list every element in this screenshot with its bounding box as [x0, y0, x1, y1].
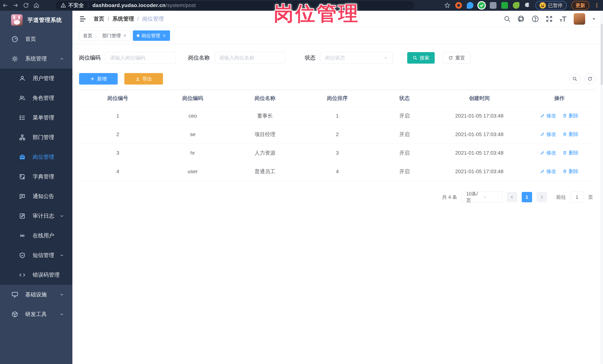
extension-icon-green-check[interactable] — [478, 2, 485, 9]
hamburger-icon[interactable] — [79, 15, 86, 23]
sidebar-item-label: 基础设施 — [25, 291, 59, 298]
cell-sort: 4 — [301, 162, 374, 181]
sidebar-item-posts[interactable]: 岗位管理 — [0, 147, 72, 167]
sidebar-item-menus[interactable]: 菜单管理 — [0, 108, 72, 128]
reset-button-label: 重置 — [455, 55, 465, 61]
delete-link[interactable]: 删除 — [563, 149, 579, 156]
export-button[interactable]: 导出 — [124, 73, 163, 85]
page-number-current[interactable]: 1 — [522, 192, 532, 202]
table-row[interactable]: 4 user 普通员工 4 开启 2021-01-05 17:03:48 修改删… — [79, 162, 596, 181]
menu-list-icon — [18, 114, 26, 122]
browser-forward-icon[interactable] — [10, 0, 21, 11]
edit-link[interactable]: 修改 — [540, 112, 556, 119]
sidebar-item-audit-logs[interactable]: 审计日志 — [0, 206, 72, 226]
goto-page-input[interactable] — [570, 192, 584, 203]
extension-icon-orange[interactable] — [455, 2, 462, 9]
sidebar-item-label: 部门管理 — [33, 134, 72, 141]
search-icon[interactable] — [504, 15, 511, 23]
table-row[interactable]: 3 hr 人力资源 3 开启 2021-01-05 17:03:48 修改删除 — [79, 144, 596, 162]
extensions-puzzle-icon[interactable] — [524, 2, 531, 9]
refresh-icon — [448, 55, 453, 60]
browser-back-icon[interactable] — [0, 0, 10, 11]
export-button-label: 导出 — [142, 76, 152, 82]
search-button[interactable]: 搜索 — [407, 52, 435, 64]
sidebar-item-label: 通知公告 — [33, 193, 72, 200]
edit-link[interactable]: 修改 — [540, 131, 556, 138]
sidebar-item-dev-tools[interactable]: 研发工具 — [0, 305, 72, 324]
help-icon[interactable] — [531, 15, 539, 23]
font-size-icon[interactable] — [559, 15, 567, 23]
page-size-select[interactable]: 10条/页 — [462, 192, 502, 203]
sidebar-item-system[interactable]: 系统管理 — [0, 49, 72, 69]
sidebar-item-dictionary[interactable]: 字典管理 — [0, 167, 72, 187]
scrollbar-thumb[interactable] — [601, 24, 603, 85]
update-label: 更新 — [576, 2, 585, 9]
browser-update-button[interactable]: 更新 — [571, 1, 589, 10]
chevron-up-icon — [59, 56, 64, 61]
next-page-button[interactable] — [536, 192, 547, 202]
edit-link[interactable]: 修改 — [540, 168, 556, 175]
browser-home-icon[interactable] — [31, 0, 42, 11]
extension-icon-blue-pin[interactable] — [467, 2, 474, 9]
delete-link[interactable]: 删除 — [563, 168, 579, 175]
sidebar-item-online-users[interactable]: 在线用户 — [0, 226, 72, 245]
reset-button[interactable]: 重置 — [443, 52, 470, 64]
breadcrumb-home[interactable]: 首页 — [93, 15, 104, 23]
extension-icon-wechat[interactable] — [501, 2, 508, 9]
sidebar-item-label: 岗位管理 — [33, 153, 72, 161]
post-code-input[interactable] — [105, 52, 176, 64]
security-chip[interactable]: 不安全 — [60, 2, 84, 9]
sidebar-item-departments[interactable]: 部门管理 — [0, 128, 72, 147]
sidebar-item-users[interactable]: 用户管理 — [0, 69, 72, 88]
sidebar-item-roles[interactable]: 角色管理 — [0, 88, 72, 108]
tab-departments[interactable]: 部门管理 — [98, 30, 131, 41]
scrollbar-track[interactable] — [600, 11, 603, 364]
profile-paused-badge[interactable]: 已暂停 — [535, 1, 567, 10]
fullscreen-icon[interactable] — [545, 15, 553, 23]
sidebar-item-notices[interactable]: 通知公告 — [0, 187, 72, 206]
post-name-input[interactable] — [215, 52, 285, 64]
close-icon[interactable] — [123, 34, 127, 37]
sidebar-item-home[interactable]: 首页 — [0, 29, 72, 49]
chevron-down-icon — [59, 312, 64, 317]
breadcrumb-system[interactable]: 系统管理 — [113, 15, 134, 23]
tab-posts[interactable]: 岗位管理 — [133, 30, 170, 41]
app-logo-row[interactable]: 芋道管理系统 — [0, 11, 72, 29]
close-icon[interactable] — [162, 34, 166, 37]
github-icon[interactable] — [517, 15, 525, 23]
pagination: 共 4 条 10条/页 1 前往 页 — [79, 192, 596, 203]
caret-down-icon[interactable] — [591, 17, 596, 21]
cell-created: 2021-01-05 17:03:48 — [435, 125, 523, 144]
browser-menu-kebab-icon[interactable] — [594, 3, 600, 8]
edit-link[interactable]: 修改 — [540, 149, 556, 156]
add-button[interactable]: 新增 — [79, 73, 118, 85]
breadcrumb-current: 岗位管理 — [142, 15, 164, 23]
sidebar-item-error-codes[interactable]: 错误码管理 — [0, 265, 72, 285]
extension-icon-leaf[interactable] — [513, 2, 520, 9]
col-header-sort: 岗位排序 — [301, 90, 374, 107]
delete-link[interactable]: 删除 — [563, 131, 579, 138]
sidebar-item-infrastructure[interactable]: 基础设施 — [0, 285, 72, 305]
toggle-search-button[interactable] — [569, 73, 580, 84]
url-bar[interactable]: 不安全 dashboard.yudao.iocoder.cn/system/po… — [56, 1, 414, 10]
refresh-table-button[interactable] — [584, 73, 596, 84]
cell-name: 项目经理 — [229, 125, 301, 144]
user-avatar[interactable] — [574, 13, 585, 25]
cell-id: 3 — [79, 144, 156, 162]
cell-status: 开启 — [373, 162, 435, 181]
page-size-value: 10条/页 — [466, 191, 483, 204]
bookmark-star-icon[interactable] — [444, 2, 451, 9]
table-row[interactable]: 1 ceo 董事长 1 开启 2021-01-05 17:03:48 修改删除 — [79, 107, 596, 125]
pencil-icon — [540, 151, 545, 155]
delete-link[interactable]: 删除 — [563, 112, 579, 119]
sidebar-item-sms[interactable]: 短信管理 — [0, 245, 72, 265]
plus-icon — [90, 77, 95, 81]
extension-icon-grid[interactable] — [490, 2, 497, 9]
tab-home[interactable]: 首页 — [79, 30, 96, 41]
status-select[interactable]: 岗位状态 — [320, 52, 393, 64]
prev-page-button[interactable] — [507, 192, 517, 202]
org-tree-icon — [18, 133, 26, 142]
download-icon — [135, 77, 140, 81]
table-row[interactable]: 2 se 项目经理 2 开启 2021-01-05 17:03:48 修改删除 — [79, 125, 596, 144]
browser-reload-icon[interactable] — [21, 0, 31, 11]
